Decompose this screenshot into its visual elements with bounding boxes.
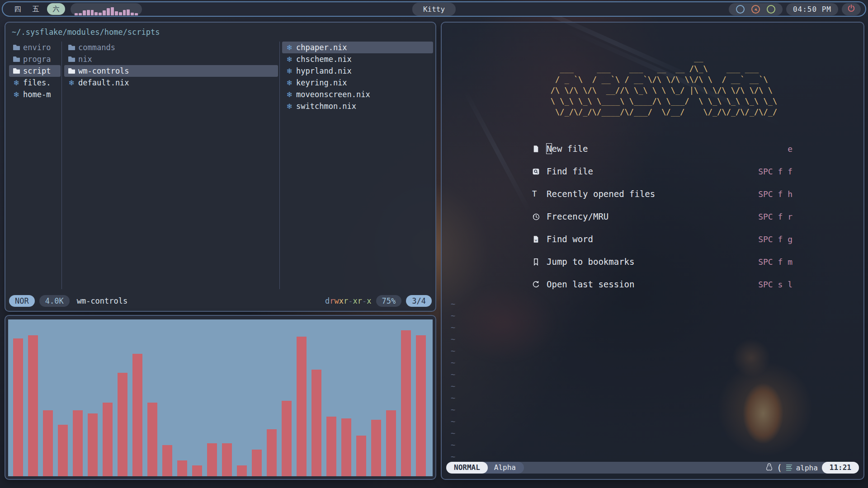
chart-bar: [297, 337, 307, 476]
histogram-bar: [127, 9, 130, 15]
chart-bar: [371, 420, 381, 476]
file-row-chpaper-nix[interactable]: ❄chpaper.nix: [282, 42, 433, 53]
indicator-circles: [729, 3, 783, 15]
workspace-六[interactable]: 六: [47, 3, 65, 15]
neovim-window[interactable]: __ ___ ___ ___ __ __ /\_\ ___ ___ / _ `\…: [441, 22, 864, 480]
file-label: chscheme.nix: [296, 55, 352, 64]
tilde: ~: [451, 310, 455, 322]
desktop: 四五六 Kitty 04:50 PM ~/.sysflake/modules/h…: [0, 0, 868, 488]
nix-file-icon: ❄: [286, 67, 293, 75]
histogram-bar: [123, 10, 126, 15]
menu-item-label: Find file: [547, 166, 593, 176]
permission-char: r: [358, 296, 362, 305]
file-row-nix[interactable]: nix: [64, 53, 278, 65]
chart-bar: [28, 335, 38, 476]
chart-bar: [103, 403, 113, 476]
histogram-widget: [71, 3, 142, 15]
file-label: wm-controls: [78, 66, 129, 75]
tilde: ~: [451, 380, 455, 392]
statusline-section: Alpha: [481, 462, 524, 474]
menu-item-recently-opened-files[interactable]: TRecently opened filesSPC f h: [532, 183, 793, 205]
permission-char: x: [339, 296, 344, 305]
folder-icon: [68, 45, 75, 50]
permission-char: -: [362, 296, 367, 305]
tilde: ~: [451, 451, 455, 463]
bookmarks-icon: [532, 258, 547, 266]
nix-file-icon: ❄: [13, 79, 20, 87]
file-row-commands[interactable]: commands: [64, 42, 278, 53]
tilde: ~: [451, 357, 455, 369]
arrow-glyph: [755, 8, 758, 11]
menu-item-shortcut: e: [788, 144, 793, 154]
file-row-switchmon-nix[interactable]: ❄switchmon.nix: [282, 100, 433, 112]
folder-icon: [13, 68, 20, 74]
chart-bar: [13, 338, 23, 476]
permission-char: -: [348, 296, 353, 305]
chart-bar: [356, 436, 366, 476]
file-label: files.: [23, 78, 51, 87]
chart-bar: [222, 443, 232, 476]
chart-bar: [73, 410, 83, 476]
histogram-bar: [103, 10, 106, 15]
vim-mode: NORMAL: [446, 462, 488, 474]
permission-char: w: [335, 296, 339, 305]
file-row-hyprland-nix[interactable]: ❄hyprland.nix: [282, 65, 433, 77]
workspace-五[interactable]: 五: [29, 3, 42, 15]
menu-item-open-last-session[interactable]: Open last sessionSPC s l: [532, 273, 793, 296]
record-circle-icon[interactable]: [751, 5, 760, 14]
find-word-icon: w: [532, 235, 547, 243]
graph-terminal-window[interactable]: [5, 315, 436, 480]
file-row-wm-controls[interactable]: wm-controls: [64, 65, 278, 77]
histogram-bar: [83, 10, 86, 15]
file-label: home-m: [23, 90, 51, 99]
file-row-moveonscreen-nix[interactable]: ❄moveonscreen.nix: [282, 89, 433, 100]
tilde: ~: [451, 369, 455, 380]
menu-item-new-file[interactable]: New filee: [532, 137, 793, 160]
menu-item-label: Jump to bookmarks: [547, 257, 634, 267]
menu-item-find-word[interactable]: wFind wordSPC f g: [532, 228, 793, 250]
chart-bar: [282, 401, 292, 476]
file-row-chscheme-nix[interactable]: ❄chscheme.nix: [282, 53, 433, 65]
tilde: ~: [451, 439, 455, 451]
file-label: hyprland.nix: [296, 66, 352, 75]
picker-circle-icon[interactable]: [767, 5, 775, 14]
neovim-ascii-logo: __ ___ ___ ___ __ __ /\_\ ___ ___ / _ `\…: [537, 52, 777, 117]
chart-bar: [267, 429, 277, 476]
nix-file-icon: ❄: [286, 79, 293, 87]
tilde: ~: [451, 345, 455, 357]
new-file-icon: [532, 145, 547, 153]
file-label: nix: [78, 55, 92, 64]
chart-bar: [132, 354, 142, 476]
screenshot-circle-icon[interactable]: [736, 5, 745, 14]
file-row-keyring-nix[interactable]: ❄keyring.nix: [282, 77, 433, 89]
histogram-bar: [111, 7, 114, 15]
permission-char: r: [330, 296, 334, 305]
menu-item-label: Open last session: [547, 279, 634, 289]
file-row-script[interactable]: script: [9, 65, 61, 77]
file-row-enviro[interactable]: enviro: [9, 42, 61, 53]
file-manager-window[interactable]: ~/.sysflake/modules/home/scripts envirop…: [5, 22, 436, 312]
nix-file-icon: ❄: [68, 79, 75, 87]
frecency-icon: [532, 213, 547, 221]
folder-icon: [68, 56, 75, 62]
folder-icon: [13, 45, 20, 50]
menu-item-jump-to-bookmarks[interactable]: Jump to bookmarksSPC f m: [532, 250, 793, 273]
permission-char: r: [344, 296, 348, 305]
workspace-四[interactable]: 四: [11, 3, 24, 15]
nix-file-icon: ❄: [286, 90, 293, 99]
menu-item-find-file[interactable]: Find fileSPC f f: [532, 160, 793, 183]
chart-bar: [341, 418, 351, 476]
menu-item-shortcut: SPC f m: [758, 257, 793, 267]
menu-item-shortcut: SPC f f: [758, 167, 793, 176]
selected-file-name: wm-controls: [77, 296, 128, 305]
tilde: ~: [451, 298, 455, 310]
file-row-home-m[interactable]: ❄home-m: [9, 89, 61, 100]
column-divider: [61, 42, 62, 289]
file-row-progra[interactable]: progra: [9, 53, 61, 65]
file-row-default-nix[interactable]: ❄default.nix: [64, 77, 278, 89]
file-row-files-[interactable]: ❄files.: [9, 77, 61, 89]
menu-item-frecency-mru[interactable]: Frecency/MRUSPC f r: [532, 205, 793, 228]
statusline-clock: 11:21: [822, 462, 859, 474]
histogram-bar: [135, 13, 138, 15]
power-button[interactable]: [842, 3, 861, 15]
